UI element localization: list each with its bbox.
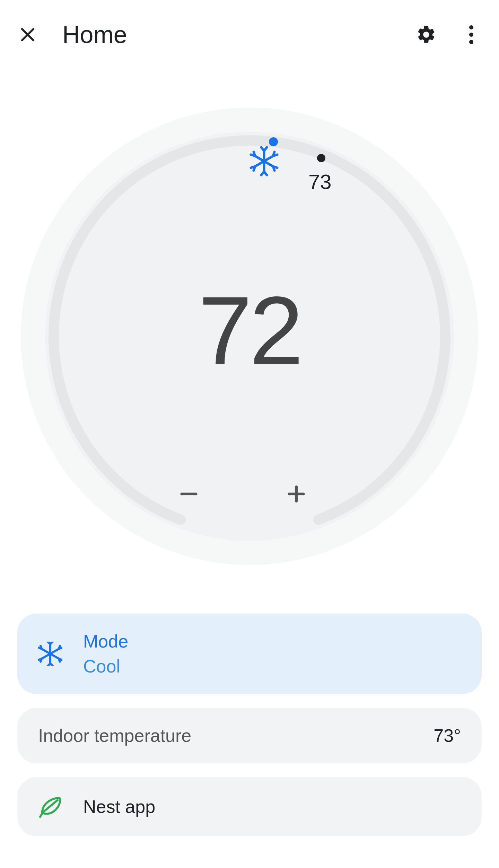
thermostat-dial[interactable]: 73 72 [21, 107, 478, 565]
svg-point-4 [469, 40, 473, 44]
indoor-temp-label: Indoor temperature [38, 725, 434, 746]
mode-card[interactable]: Mode Cool [17, 614, 482, 694]
svg-point-2 [469, 25, 473, 29]
set-temperature-display: 72 [198, 275, 300, 386]
close-button[interactable] [17, 24, 38, 45]
indoor-temp-card[interactable]: Indoor temperature 73° [17, 708, 482, 763]
minus-icon [177, 482, 201, 506]
plus-icon [284, 482, 308, 506]
more-vert-icon [469, 24, 474, 45]
increase-temp-button[interactable] [284, 482, 322, 520]
gear-icon [416, 24, 437, 45]
snowflake-icon [38, 642, 62, 666]
nest-app-card[interactable]: Nest app [17, 777, 482, 836]
settings-button[interactable] [416, 24, 437, 45]
app-header: Home [17, 17, 482, 52]
svg-point-3 [469, 33, 473, 37]
indoor-temp-dial-label: 73 [308, 170, 332, 194]
nest-leaf-icon [38, 795, 62, 819]
mode-value: Cool [83, 656, 128, 677]
svg-point-7 [269, 137, 278, 146]
mode-title: Mode [83, 631, 128, 652]
page-title: Home [62, 21, 416, 49]
more-button[interactable] [461, 24, 482, 45]
decrease-temp-button[interactable] [177, 482, 215, 520]
indoor-temp-value: 73° [434, 725, 461, 746]
close-icon [18, 25, 37, 44]
svg-point-11 [317, 154, 325, 162]
nest-app-label: Nest app [83, 796, 155, 817]
